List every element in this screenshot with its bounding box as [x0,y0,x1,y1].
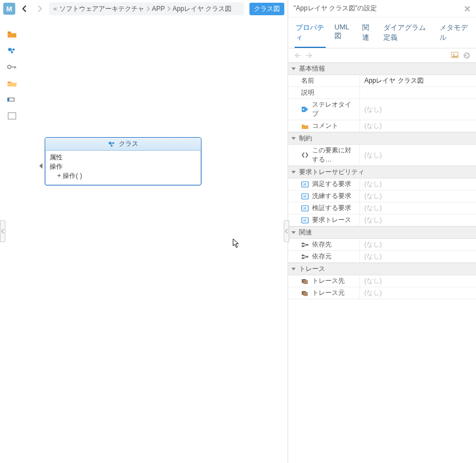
diagram-canvas[interactable]: クラス 属性 操作 + 操作( ) [0,17,288,463]
chevron-down-icon [291,171,296,174]
svg-rect-23 [302,243,304,244]
tab-uml[interactable]: UML図 [333,21,353,48]
svg-rect-26 [302,255,304,256]
property-group-header[interactable]: 基本情報 [288,63,476,75]
property-label: トレース元 [288,287,360,299]
folder-icon [301,122,309,130]
nav-back-button[interactable] [19,3,30,15]
property-label: R洗練する要求 [288,190,360,202]
chevron-down-icon [291,231,296,234]
property-group-header[interactable]: トレース [288,263,476,275]
properties-close-button[interactable]: × [464,3,471,14]
property-value[interactable]: (なし) [360,104,476,115]
collapse-caret-icon[interactable] [39,163,42,169]
property-value[interactable]: (なし) [360,251,476,262]
property-row[interactable]: R洗練する要求(なし) [288,190,476,202]
prop-nav-back-icon[interactable] [294,52,301,59]
property-row[interactable]: 説明 [288,87,476,99]
svg-text:R: R [303,206,307,211]
tab-diagram-def[interactable]: ダイアグラム定義 [382,21,431,48]
property-value[interactable]: (なし) [360,239,476,250]
properties-panel-title: "Appレイヤ クラス図"の設定 [294,4,377,13]
property-value[interactable]: (なし) [360,190,476,202]
property-group-header[interactable]: 関連 [288,226,476,239]
property-group-header[interactable]: 要求トレーサビリティ [288,166,476,178]
prop-image-icon[interactable] [451,52,459,59]
tab-property[interactable]: プロパティ [295,21,326,48]
svg-text:R: R [303,182,307,187]
breadcrumb-sep-icon [147,6,150,11]
left-panel-toggle[interactable] [0,220,5,242]
property-label-text: この要素に対する… [312,146,357,164]
property-label: R検証する要求 [288,202,360,214]
property-label: 依存先 [288,239,360,250]
property-label: トレース先 [288,275,360,287]
right-panel-toggle[interactable] [284,220,289,242]
property-value[interactable]: (なし) [360,150,476,161]
req-icon: R [301,193,309,200]
property-label-text: 満足する要求 [312,180,351,189]
property-row[interactable]: 依存元(なし) [288,251,476,263]
diagram-type-badge[interactable]: クラス図 [249,3,284,15]
property-label: ステレオタイプ [288,99,360,120]
property-group-title: トレース [299,264,325,274]
property-label: R要求トレース [288,214,360,226]
property-row[interactable]: コメント(なし) [288,120,476,132]
tab-metamodel[interactable]: メタモデル [438,21,469,48]
svg-point-14 [303,109,304,110]
prop-goto-icon[interactable] [463,52,471,59]
req-icon: R [301,181,309,188]
property-row[interactable]: この要素に対する…(なし) [288,145,476,166]
property-value[interactable]: (なし) [360,214,476,226]
tag-icon [301,106,309,113]
breadcrumb-item-2[interactable]: Appレイヤ クラス図 [173,4,232,14]
property-row[interactable]: トレース先(なし) [288,275,476,287]
property-label-text: 洗練する要求 [312,192,351,201]
dep-icon [301,241,309,249]
property-label-text: 依存先 [312,240,332,249]
svg-rect-24 [302,245,304,247]
svg-text:R: R [303,194,307,199]
property-label: 依存元 [288,251,360,262]
property-row[interactable]: R満足する要求(なし) [288,178,476,190]
property-row[interactable]: R要求トレース(なし) [288,214,476,226]
property-value[interactable]: (なし) [360,202,476,214]
home-button[interactable]: M [3,3,15,15]
property-label: 名前 [288,75,360,87]
property-group-title: 要求トレーサビリティ [299,168,364,177]
property-row[interactable]: 名前Appレイヤ クラス図 [288,75,476,87]
class-icon [108,140,115,148]
property-row[interactable]: ステレオタイプ(なし) [288,99,476,120]
property-value[interactable] [360,92,476,94]
class-node-header[interactable]: クラス [45,138,201,151]
svg-point-12 [453,53,455,55]
chevron-down-icon [291,268,296,270]
svg-rect-28 [306,256,308,257]
class-node-body[interactable]: 属性 操作 + 操作( ) [45,151,201,185]
dep-icon [301,253,309,261]
property-value[interactable]: (なし) [360,178,476,190]
property-label-text: ステレオタイプ [312,100,357,119]
prop-nav-fwd-icon[interactable] [306,52,313,59]
nav-forward-button[interactable] [34,3,46,15]
tab-related[interactable]: 関連 [361,21,375,48]
property-group-title: 制約 [299,134,312,143]
property-value[interactable]: (なし) [360,287,476,299]
breadcrumb[interactable]: « ソフトウェアアーキテクチャ APP Appレイヤ クラス図 [49,2,244,15]
property-label-text: トレース元 [312,288,345,298]
property-label-text: 説明 [301,88,314,97]
breadcrumb-item-0[interactable]: ソフトウェアアーキテクチャ [59,4,144,14]
property-value[interactable]: (なし) [360,120,476,132]
svg-rect-32 [303,292,308,296]
property-row[interactable]: 依存先(なし) [288,239,476,251]
class-operation-item[interactable]: + 操作( ) [50,171,197,181]
breadcrumb-more-icon[interactable]: « [53,5,57,13]
property-row[interactable]: R検証する要求(なし) [288,202,476,214]
breadcrumb-item-1[interactable]: APP [152,5,165,13]
property-group-header[interactable]: 制約 [288,132,476,145]
property-value[interactable]: (なし) [360,275,476,287]
property-row[interactable]: トレース元(なし) [288,287,476,299]
class-node[interactable]: クラス 属性 操作 + 操作( ) [45,137,202,186]
property-group-title: 基本情報 [299,64,325,73]
property-value[interactable]: Appレイヤ クラス図 [360,75,476,87]
